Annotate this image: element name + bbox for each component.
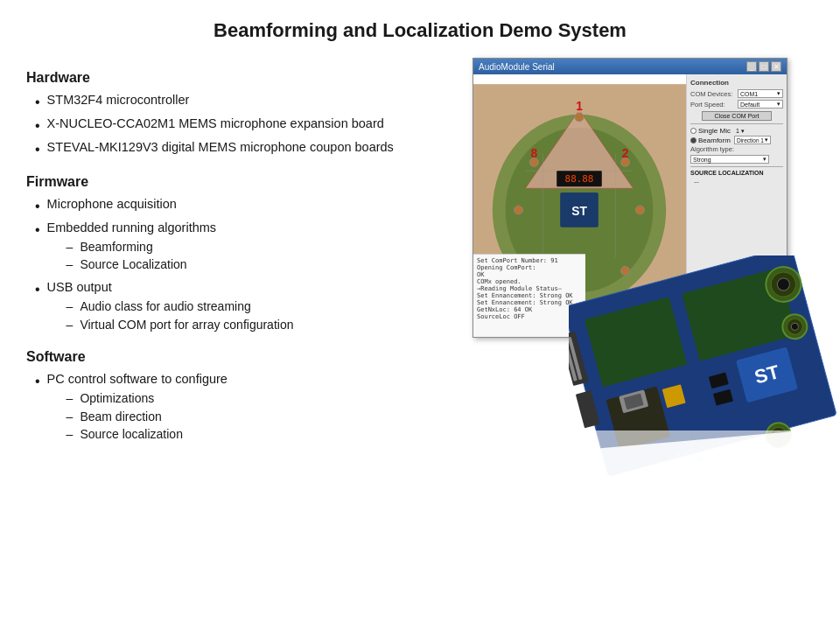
single-mic-dropdown: 1 ▾ [736, 128, 745, 135]
com-devices-row: COM Devices: COM1 ▾ [690, 89, 783, 98]
close-com-port-button[interactable]: Close COM Port [702, 111, 772, 121]
list-item: STM32F4 microcontroller [35, 91, 455, 112]
svg-point-26 [529, 158, 538, 166]
left-column: Hardware STM32F4 microcontroller X-NUCLE… [26, 58, 455, 448]
algorithm-dropdown[interactable]: Strong▾ [690, 155, 769, 164]
console-line: OK [477, 271, 582, 278]
sub-list-item: Audio class for audio streaming [66, 298, 294, 316]
divider2 [690, 166, 783, 167]
window-title: AudioModule Serial [479, 62, 555, 72]
sub-list-item: Source Localization [66, 256, 216, 274]
close-button[interactable]: ✕ [771, 61, 781, 72]
sub-list-item: Beamforming [66, 239, 216, 256]
hardware-heading: Hardware [26, 70, 455, 86]
beamform-label: Beamform [698, 136, 731, 144]
connection-section-title: Connection [690, 79, 783, 87]
svg-text:88.88: 88.88 [565, 173, 594, 185]
sub-list-item: Source localization [66, 426, 228, 444]
single-mic-radio-row[interactable]: Single Mic 1 ▾ [690, 127, 783, 135]
hardware-svg: ST X-NUCLEO-CCA02M1 CN8 [569, 256, 840, 500]
console-line: GetNxLoc: 64 OK [477, 306, 582, 313]
right-column: AudioModule Serial _ □ ✕ [464, 58, 814, 448]
svg-point-20 [621, 158, 630, 166]
minimize-button[interactable]: _ [746, 61, 757, 72]
beamform-radio-row[interactable]: Beamform Direction 1▾ [690, 136, 783, 144]
source-loc-value: -- [694, 178, 783, 186]
console-line: →Reading Module Status— [477, 285, 582, 292]
svg-point-25 [514, 206, 523, 214]
com-devices-label: COM Devices: [690, 90, 732, 98]
window-titlebar: AudioModule Serial _ □ ✕ [473, 59, 787, 74]
firmware-heading: Firmware [26, 174, 455, 190]
algorithm-row: Algorithm type: [690, 145, 783, 153]
direction-dropdown[interactable]: Direction 1▾ [734, 136, 771, 144]
port-speed-label: Port Speed: [690, 101, 725, 108]
hardware-board-image: ST X-NUCLEO-CCA02M1 CN8 [569, 256, 840, 500]
console-line: Set Ennancement: Strong OK [477, 292, 582, 299]
svg-point-19 [575, 113, 584, 122]
list-item: STEVAL-MKI129V3 digital MEMS microphone … [35, 138, 455, 159]
divider [690, 123, 783, 124]
console-line: Set ComPort Number: 91 [477, 257, 582, 264]
software-list: PC control software to configure Optimiz… [35, 370, 455, 445]
list-item: USB output Audio class for audio streami… [35, 278, 455, 335]
sub-list-item: Virtual COM port for array configuration [66, 317, 294, 334]
console-line: Opening ComPort: [477, 264, 582, 271]
software-heading: Software [26, 349, 455, 365]
maximize-button[interactable]: □ [759, 61, 769, 72]
page-title: Beamforming and Localization Demo System [0, 0, 840, 58]
com-devices-dropdown[interactable]: COM1 ▾ [738, 89, 783, 98]
sub-list-item: Optimizations [66, 390, 228, 408]
window-buttons[interactable]: _ □ ✕ [746, 61, 781, 72]
port-speed-dropdown[interactable]: Default ▾ [738, 100, 783, 108]
svg-text:1: 1 [576, 99, 583, 113]
algorithm-value-row: Strong▾ [690, 155, 783, 164]
firmware-list: Microphone acquisition Embedded running … [35, 195, 455, 336]
source-loc-label: SOURCE LOCALIZATION [690, 170, 783, 176]
single-mic-label: Single Mic [698, 127, 731, 135]
single-mic-radio[interactable] [690, 128, 696, 134]
list-item: Microphone acquisition [35, 195, 455, 216]
svg-text:ST: ST [571, 204, 587, 218]
algorithm-label: Algorithm type: [690, 145, 734, 153]
svg-point-21 [635, 206, 644, 214]
hardware-list: STM32F4 microcontroller X-NUCLEO-CCA02M1… [35, 91, 455, 160]
port-speed-row: Port Speed: Default ▾ [690, 100, 783, 108]
list-item: X-NUCLEO-CCA02M1 MEMS microphone expansi… [35, 115, 455, 136]
beamform-radio[interactable] [690, 137, 696, 144]
console-line: COMx opened. [477, 278, 582, 285]
console-line: Set Ennancement: Strong OK [477, 299, 582, 306]
sub-list-item: Beam direction [66, 409, 228, 426]
list-item: PC control software to configure Optimiz… [35, 370, 455, 445]
list-item: Embedded running algorithms Beamforming … [35, 219, 455, 276]
console-line: SourceLoc OFF [477, 313, 582, 320]
